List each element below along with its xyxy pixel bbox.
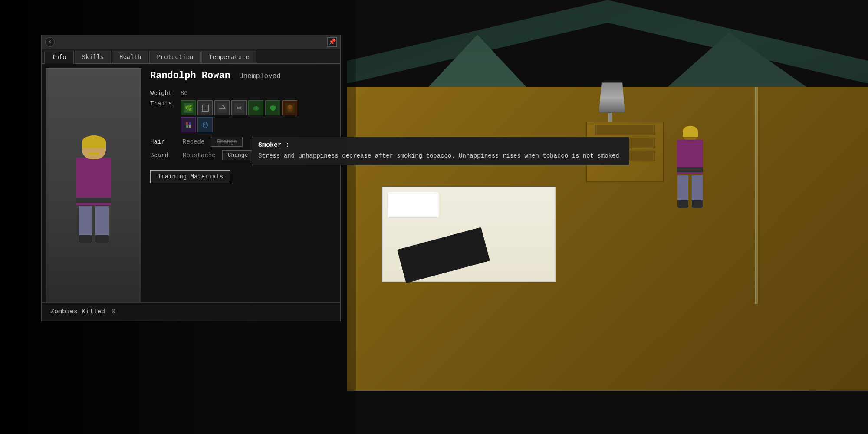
svg-rect-18 bbox=[184, 120, 193, 130]
lamp-shade bbox=[599, 82, 625, 113]
zombies-killed-label: Zombies Killed bbox=[50, 308, 105, 316]
game-char-belt bbox=[677, 167, 703, 172]
tooltip-description: Stress and unhappiness decrease after sm… bbox=[258, 151, 623, 161]
game-char-body bbox=[677, 140, 703, 174]
character-portrait bbox=[46, 68, 141, 310]
trait-icon-7[interactable] bbox=[282, 100, 297, 115]
svg-point-17 bbox=[288, 105, 292, 109]
trait-icon-3[interactable] bbox=[214, 100, 230, 115]
trait-icon-5[interactable] bbox=[248, 100, 263, 115]
portrait-mustache bbox=[89, 152, 99, 155]
tab-info[interactable]: Info bbox=[44, 51, 74, 64]
portrait-leg-right bbox=[95, 206, 108, 243]
portrait-head bbox=[82, 135, 106, 159]
game-character bbox=[673, 126, 707, 204]
weight-label: Weight bbox=[150, 90, 176, 97]
tooltip-title: Smoker : bbox=[258, 141, 623, 149]
panel-content: Randolph Rowan Unemployed Weight 80 Trai… bbox=[42, 64, 340, 315]
portrait-render bbox=[46, 69, 141, 310]
portrait-hair bbox=[82, 135, 106, 148]
dresser-drawer-1 bbox=[595, 125, 656, 135]
bed-pillow bbox=[387, 192, 439, 218]
game-char-shoe-left bbox=[677, 200, 688, 208]
bed bbox=[382, 187, 556, 282]
svg-point-13 bbox=[273, 106, 276, 108]
character-panel: × 📌 Info Skills Health Protection Temper… bbox=[41, 35, 341, 321]
trait-icon-8[interactable] bbox=[181, 117, 196, 132]
game-world bbox=[347, 0, 868, 434]
close-button[interactable]: × bbox=[45, 37, 55, 47]
character-info: Randolph Rowan Unemployed Weight 80 Trai… bbox=[148, 68, 336, 310]
game-char-mustache bbox=[685, 133, 696, 136]
glass-divider bbox=[755, 87, 758, 304]
tabs-bar: Info Skills Health Protection Temperatur… bbox=[42, 49, 340, 64]
tab-health[interactable]: Health bbox=[112, 51, 148, 63]
beard-value: Moustache bbox=[183, 152, 216, 159]
game-char-leg-right bbox=[692, 175, 703, 208]
hair-label: Hair bbox=[150, 138, 176, 145]
game-char-leg-left bbox=[677, 175, 688, 208]
svg-rect-21 bbox=[186, 125, 188, 128]
character-name: Randolph Rowan bbox=[150, 70, 230, 81]
svg-point-14 bbox=[272, 108, 274, 111]
portrait-legs bbox=[79, 206, 108, 243]
pin-button[interactable]: 📌 bbox=[327, 37, 337, 47]
portrait-body bbox=[76, 158, 111, 205]
trait-icon-4[interactable] bbox=[231, 100, 247, 115]
trait-icon-6[interactable] bbox=[265, 100, 280, 115]
hair-change-button[interactable]: Change bbox=[211, 137, 243, 147]
beard-label: Beard bbox=[150, 152, 176, 159]
traits-row: Traits 🌿 bbox=[150, 100, 334, 132]
game-char-legs bbox=[673, 175, 707, 208]
bed-clothing bbox=[397, 227, 490, 283]
weight-value: 80 bbox=[181, 90, 188, 97]
hair-value: Recede bbox=[183, 138, 204, 145]
trait-icon-9[interactable] bbox=[197, 117, 213, 132]
svg-text:🌿: 🌿 bbox=[184, 105, 192, 112]
char-name-row: Randolph Rowan Unemployed bbox=[150, 70, 334, 81]
zombies-killed-value: 0 bbox=[112, 308, 115, 316]
game-char-head bbox=[683, 126, 698, 141]
bed-frame bbox=[382, 187, 556, 282]
tab-protection[interactable]: Protection bbox=[149, 51, 201, 63]
beard-change-button[interactable]: Change bbox=[222, 150, 254, 160]
character-occupation: Unemployed bbox=[239, 72, 281, 80]
traits-label: Traits bbox=[150, 100, 176, 107]
portrait-leg-left bbox=[79, 206, 92, 243]
trait-tooltip: Smoker : Stress and unhappiness decrease… bbox=[252, 137, 629, 165]
weight-row: Weight 80 bbox=[150, 90, 334, 97]
portrait-head-wrap bbox=[82, 135, 106, 159]
tab-skills[interactable]: Skills bbox=[75, 51, 111, 63]
svg-rect-22 bbox=[189, 125, 191, 128]
portrait-shoe-right bbox=[95, 235, 108, 243]
panel-footer: Zombies Killed 0 bbox=[42, 302, 340, 321]
trait-icon-1[interactable]: 🌿 bbox=[181, 100, 196, 115]
trait-icon-2[interactable] bbox=[197, 100, 213, 115]
svg-point-25 bbox=[203, 123, 205, 125]
game-char-shoe-right bbox=[692, 200, 703, 208]
traits-icons: 🌿 bbox=[181, 100, 302, 132]
svg-point-12 bbox=[270, 106, 273, 108]
portrait-shoe-left bbox=[79, 235, 92, 243]
training-materials-button[interactable]: Training Materials bbox=[150, 170, 230, 183]
svg-rect-19 bbox=[186, 122, 188, 125]
tab-temperature[interactable]: Temperature bbox=[201, 51, 256, 63]
portrait-belt bbox=[76, 198, 111, 203]
panel-titlebar: × 📌 bbox=[42, 35, 340, 49]
svg-point-26 bbox=[206, 123, 207, 125]
svg-rect-20 bbox=[189, 122, 191, 125]
